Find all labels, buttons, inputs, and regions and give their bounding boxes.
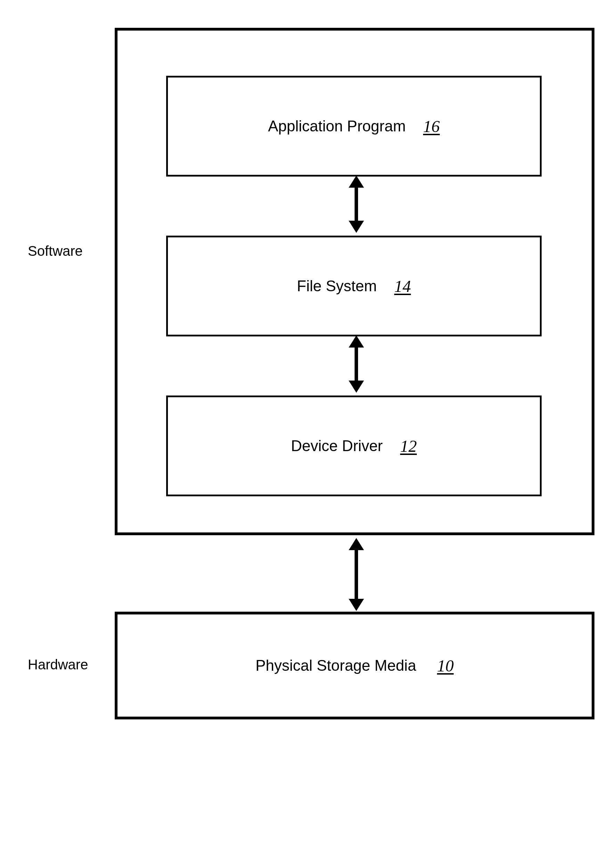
device-driver-label: Device Driver: [291, 437, 383, 455]
application-program-label: Application Program: [268, 117, 406, 135]
arrow-up-head-icon: [349, 175, 364, 188]
arrow-filesystem-to-driver: [349, 335, 363, 393]
device-driver-ref: 12: [400, 436, 417, 456]
arrow-down-head-icon: [349, 599, 364, 611]
physical-storage-ref: 10: [437, 656, 454, 675]
arrow-up-head-icon: [349, 335, 364, 348]
arrow-software-to-hardware: [349, 538, 363, 611]
hardware-label: Hardware: [28, 657, 88, 673]
file-system-label: File System: [297, 277, 377, 295]
arrow-line: [355, 348, 358, 381]
arrow-app-to-filesystem: [349, 175, 363, 233]
application-program-ref: 16: [423, 117, 440, 136]
device-driver-box: Device Driver 12: [166, 396, 542, 496]
software-container-box: Application Program 16 File System 14 De…: [115, 28, 594, 535]
application-program-box: Application Program 16: [166, 76, 542, 176]
arrow-line: [355, 550, 358, 599]
software-label: Software: [28, 243, 83, 259]
physical-storage-label: Physical Storage Media: [255, 657, 416, 674]
file-system-ref: 14: [394, 277, 411, 296]
arrow-down-head-icon: [349, 381, 364, 393]
physical-storage-box: Physical Storage Media 10: [115, 612, 594, 719]
arrow-line: [355, 188, 358, 221]
arrow-down-head-icon: [349, 221, 364, 233]
arrow-up-head-icon: [349, 538, 364, 550]
file-system-box: File System 14: [166, 236, 542, 337]
